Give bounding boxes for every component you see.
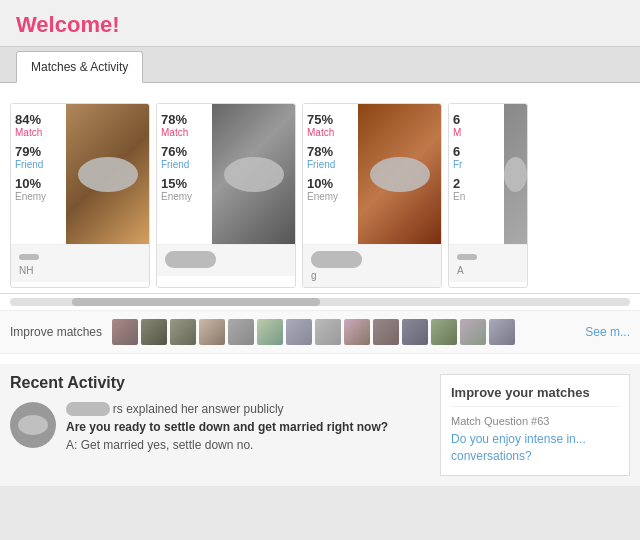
thumb-5[interactable] bbox=[228, 319, 254, 345]
enemy-label: Enemy bbox=[307, 191, 354, 202]
match-cards-row: 84% Match 79% Friend 10% Enemy bbox=[0, 93, 640, 294]
enemy-percent: 10% bbox=[307, 176, 354, 191]
match-photo[interactable] bbox=[504, 104, 527, 244]
thumb-11[interactable] bbox=[402, 319, 428, 345]
match-question-link[interactable]: Do you enjoy intense in... conversations… bbox=[451, 431, 619, 465]
main-content: 84% Match 79% Friend 10% Enemy bbox=[0, 83, 640, 364]
match-percent: 84% bbox=[15, 112, 62, 127]
match-location: g bbox=[311, 270, 433, 281]
friend-label: Friend bbox=[15, 159, 62, 170]
match-card-footer: A bbox=[449, 244, 527, 282]
match-percent: 6 bbox=[453, 112, 500, 127]
match-card: 78% Match 76% Friend 15% Enemy bbox=[156, 103, 296, 288]
match-card-footer: g bbox=[303, 244, 441, 287]
recent-activity-title: Recent Activity bbox=[10, 374, 428, 392]
match-question-label: Match Question #63 bbox=[451, 415, 619, 427]
thumb-6[interactable] bbox=[257, 319, 283, 345]
thumb-14[interactable] bbox=[489, 319, 515, 345]
thumb-12[interactable] bbox=[431, 319, 457, 345]
friend-percent: 76% bbox=[161, 144, 208, 159]
match-location: NH bbox=[19, 265, 141, 276]
thumb-3[interactable] bbox=[170, 319, 196, 345]
match-label: Match bbox=[161, 127, 208, 138]
activity-description: rs explained her answer publicly bbox=[66, 402, 428, 416]
activity-avatar bbox=[10, 402, 56, 448]
match-stats: 75% Match 78% Friend 10% Enemy bbox=[303, 104, 358, 244]
match-stats: 78% Match 76% Friend 15% Enemy bbox=[157, 104, 212, 244]
match-card-footer: NH bbox=[11, 244, 149, 282]
scroll-indicator[interactable] bbox=[10, 298, 630, 306]
friend-label: Friend bbox=[161, 159, 208, 170]
thumb-4[interactable] bbox=[199, 319, 225, 345]
header: Welcome! bbox=[0, 0, 640, 47]
match-photo[interactable] bbox=[212, 104, 295, 244]
activity-item: rs explained her answer publicly Are you… bbox=[10, 402, 428, 452]
match-name-button[interactable] bbox=[457, 254, 477, 260]
match-location: A bbox=[457, 265, 519, 276]
match-card: 75% Match 78% Friend 10% Enemy bbox=[302, 103, 442, 288]
match-label: M bbox=[453, 127, 500, 138]
thumb-7[interactable] bbox=[286, 319, 312, 345]
activity-question: Are you ready to settle down and get mar… bbox=[66, 420, 428, 434]
enemy-percent: 10% bbox=[15, 176, 62, 191]
enemy-percent: 2 bbox=[453, 176, 500, 191]
improve-matches-bar: Improve matches See m... bbox=[0, 310, 640, 354]
friend-label: Friend bbox=[307, 159, 354, 170]
match-name-button[interactable] bbox=[165, 251, 216, 268]
tabs-bar: Matches & Activity bbox=[0, 47, 640, 83]
thumb-2[interactable] bbox=[141, 319, 167, 345]
bottom-section: Recent Activity rs explained her answer … bbox=[0, 364, 640, 486]
thumb-9[interactable] bbox=[344, 319, 370, 345]
match-stats: 6 M 6 Fr 2 En bbox=[449, 104, 504, 244]
match-card-footer bbox=[157, 244, 295, 276]
tab-matches-activity[interactable]: Matches & Activity bbox=[16, 51, 143, 83]
activity-answer: A: Get married yes, settle down no. bbox=[66, 438, 428, 452]
friend-percent: 6 bbox=[453, 144, 500, 159]
enemy-label: Enemy bbox=[161, 191, 208, 202]
match-photo[interactable] bbox=[358, 104, 441, 244]
face-blur bbox=[504, 157, 527, 192]
friend-percent: 79% bbox=[15, 144, 62, 159]
friend-label: Fr bbox=[453, 159, 500, 170]
enemy-label: En bbox=[453, 191, 500, 202]
thumb-8[interactable] bbox=[315, 319, 341, 345]
match-percent: 78% bbox=[161, 112, 208, 127]
match-card: 84% Match 79% Friend 10% Enemy bbox=[10, 103, 150, 288]
match-card: 6 M 6 Fr 2 En bbox=[448, 103, 528, 288]
match-photo[interactable] bbox=[66, 104, 149, 244]
face-blur bbox=[370, 157, 430, 192]
match-name-button[interactable] bbox=[19, 254, 39, 260]
scroll-thumb bbox=[72, 298, 320, 306]
improve-sidebar: Improve your matches Match Question #63 … bbox=[440, 374, 630, 476]
welcome-title: Welcome! bbox=[16, 12, 120, 37]
see-more-link[interactable]: See m... bbox=[577, 325, 630, 339]
face-blur bbox=[78, 157, 138, 192]
thumb-13[interactable] bbox=[460, 319, 486, 345]
match-percent: 75% bbox=[307, 112, 354, 127]
avatar-face-blur bbox=[18, 415, 48, 435]
friend-percent: 78% bbox=[307, 144, 354, 159]
recent-activity-panel: Recent Activity rs explained her answer … bbox=[10, 374, 428, 476]
enemy-label: Enemy bbox=[15, 191, 62, 202]
thumbnail-row bbox=[112, 319, 515, 345]
improve-sidebar-title: Improve your matches bbox=[451, 385, 619, 407]
face-blur bbox=[224, 157, 284, 192]
match-name-button[interactable] bbox=[311, 251, 362, 268]
match-label: Match bbox=[307, 127, 354, 138]
match-label: Match bbox=[15, 127, 62, 138]
thumb-10[interactable] bbox=[373, 319, 399, 345]
enemy-percent: 15% bbox=[161, 176, 208, 191]
activity-content: rs explained her answer publicly Are you… bbox=[66, 402, 428, 452]
match-stats: 84% Match 79% Friend 10% Enemy bbox=[11, 104, 66, 244]
thumb-1[interactable] bbox=[112, 319, 138, 345]
improve-matches-label[interactable]: Improve matches bbox=[10, 325, 102, 339]
activity-username[interactable] bbox=[66, 402, 110, 416]
activity-desc-suffix: rs explained her answer publicly bbox=[113, 402, 284, 416]
